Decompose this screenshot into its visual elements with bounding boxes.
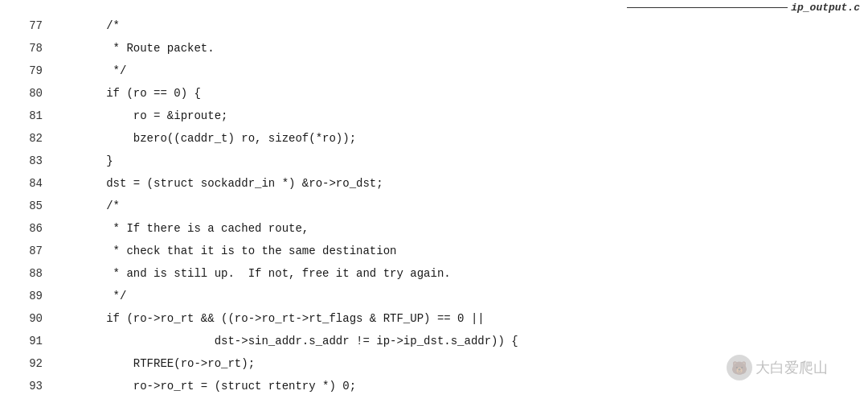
line-content: /*	[52, 14, 868, 37]
line-content: ro = &iproute;	[52, 105, 868, 127]
line-number: 83	[0, 150, 52, 172]
line-content: }	[52, 397, 868, 403]
line-number: 77	[0, 14, 52, 37]
line-content: */	[52, 285, 868, 307]
table-row: 78 * Route packet.	[0, 37, 868, 60]
line-content: * Route packet.	[52, 37, 868, 60]
main-container: ip_output.c 77 /*78 * Route packet.79 */…	[0, 0, 868, 403]
line-number: 87	[0, 240, 52, 262]
table-row: 83 }	[0, 150, 868, 172]
table-row: 87 * check that it is to the same destin…	[0, 240, 868, 262]
table-row: 90 if (ro->ro_rt && ((ro->ro_rt->rt_flag…	[0, 307, 868, 330]
line-content: dst->sin_addr.s_addr != ip->ip_dst.s_add…	[52, 330, 868, 352]
watermark: 🐻 大白爱爬山	[727, 355, 828, 380]
line-content: */	[52, 60, 868, 82]
line-number: 80	[0, 82, 52, 105]
watermark-text: 大白爱爬山	[755, 358, 828, 377]
line-number: 93	[0, 375, 52, 397]
line-number: 79	[0, 60, 52, 82]
table-row: 88 * and is still up. If not, free it an…	[0, 262, 868, 285]
line-content: if (ro->ro_rt && ((ro->ro_rt->rt_flags &…	[52, 307, 868, 330]
table-row: 80 if (ro == 0) {	[0, 82, 868, 105]
line-content: if (ro == 0) {	[52, 82, 868, 105]
line-number: 86	[0, 217, 52, 240]
code-area: 77 /*78 * Route packet.79 */80 if (ro ==…	[0, 14, 868, 403]
watermark-icon: 🐻	[727, 355, 752, 380]
table-row: 82 bzero((caddr_t) ro, sizeof(*ro));	[0, 127, 868, 150]
table-row: 81 ro = &iproute;	[0, 105, 868, 127]
line-content: /*	[52, 195, 868, 217]
table-row: 84 dst = (struct sockaddr_in *) &ro->ro_…	[0, 172, 868, 195]
header-bar: ip_output.c	[627, 0, 868, 14]
table-row: 77 /*	[0, 14, 868, 37]
table-row: 86 * If there is a cached route,	[0, 217, 868, 240]
line-content: * and is still up. If not, free it and t…	[52, 262, 868, 285]
line-number: 85	[0, 195, 52, 217]
line-number: 94	[0, 397, 52, 403]
table-row: 91 dst->sin_addr.s_addr != ip->ip_dst.s_…	[0, 330, 868, 352]
line-content: * If there is a cached route,	[52, 217, 868, 240]
line-number: 92	[0, 352, 52, 375]
line-number: 89	[0, 285, 52, 307]
line-number: 81	[0, 105, 52, 127]
line-number: 88	[0, 262, 52, 285]
line-number: 82	[0, 127, 52, 150]
table-row: 89 */	[0, 285, 868, 307]
line-content: dst = (struct sockaddr_in *) &ro->ro_dst…	[52, 172, 868, 195]
table-row: 79 */	[0, 60, 868, 82]
line-content: }	[52, 150, 868, 172]
line-number: 84	[0, 172, 52, 195]
table-row: 85 /*	[0, 195, 868, 217]
line-content: * check that it is to the same destinati…	[52, 240, 868, 262]
line-number: 78	[0, 37, 52, 60]
line-number: 91	[0, 330, 52, 352]
line-number: 90	[0, 307, 52, 330]
table-row: 94 }	[0, 397, 868, 403]
line-content: bzero((caddr_t) ro, sizeof(*ro));	[52, 127, 868, 150]
filename-label: ip_output.c	[791, 2, 860, 14]
